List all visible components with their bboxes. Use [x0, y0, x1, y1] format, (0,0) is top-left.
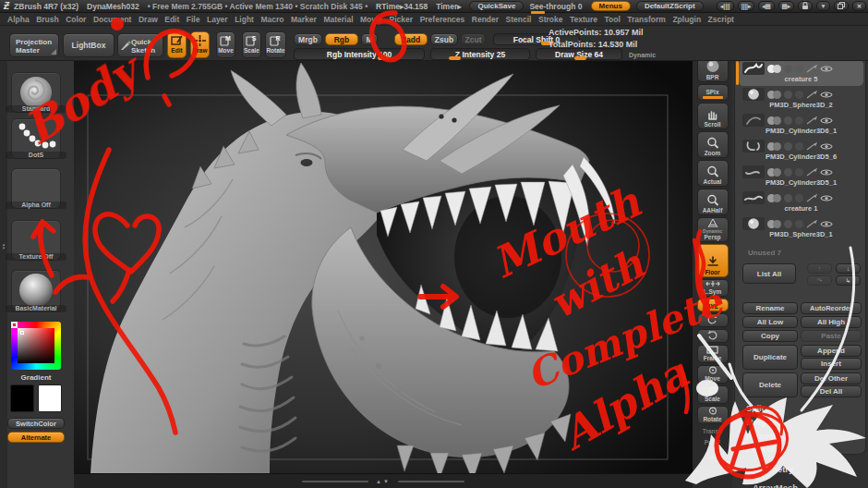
merge-section[interactable]: Merge: [746, 418, 771, 427]
polypaint-toggle-icon[interactable]: [767, 168, 781, 177]
subtool-thumbnail[interactable]: [742, 217, 765, 230]
polypaint-toggle-icon[interactable]: [767, 194, 781, 202]
rgb-intensity-nub[interactable]: [378, 56, 390, 60]
shelf-spin-left-button[interactable]: [697, 313, 729, 327]
rgb-intensity-slider[interactable]: Rgb Intensity 100: [294, 48, 425, 60]
subtool-toggle-icon[interactable]: [784, 65, 792, 73]
zcut-button[interactable]: Zcut: [461, 33, 486, 45]
menu-macro[interactable]: Macro: [260, 15, 283, 24]
subtool-toggle2-icon[interactable]: [795, 168, 803, 177]
project-section[interactable]: Project: [746, 445, 775, 454]
zsub-button[interactable]: Zsub: [430, 33, 458, 45]
all-low-button[interactable]: All Low: [742, 316, 798, 328]
zadd-button[interactable]: Zadd: [394, 33, 428, 45]
menu-brush[interactable]: Brush: [36, 15, 59, 24]
shelf-actual-button[interactable]: Actual: [697, 160, 729, 187]
all-high-button[interactable]: All High: [801, 316, 862, 328]
gradient-label[interactable]: Gradient: [6, 374, 66, 382]
next-tool-icon[interactable]: ||||▸: [738, 1, 755, 11]
subtool-toggle2-icon[interactable]: [795, 116, 803, 125]
left-tray-divider[interactable]: [0, 61, 7, 488]
shelf-ghost-button[interactable]: [697, 448, 729, 463]
subtool-toggle2-icon[interactable]: [795, 194, 803, 202]
menu-stroke[interactable]: Stroke: [538, 15, 562, 24]
paste-tool-icon[interactable]: ▤▸: [778, 1, 794, 11]
m-button[interactable]: M: [361, 33, 378, 45]
subtool-toggle2-icon[interactable]: [795, 142, 803, 151]
scale-mode-button[interactable]: S Scale: [242, 31, 261, 58]
menu-render[interactable]: Render: [472, 15, 499, 24]
shelf-aahalf-button[interactable]: AAHalf: [697, 189, 729, 215]
minimize-icon[interactable]: ▼: [816, 1, 830, 11]
z-intensity-nub[interactable]: [449, 56, 461, 60]
draw-mode-button[interactable]: Draw: [190, 31, 210, 58]
shelf-polyf-button[interactable]: PolyF: [697, 437, 729, 446]
rgb-button[interactable]: Rgb: [325, 33, 358, 45]
insert-button[interactable]: Insert: [801, 358, 862, 370]
lightbox-button[interactable]: LightBox: [63, 33, 115, 57]
subtool-toggle2-icon[interactable]: [795, 91, 803, 99]
menu-tool[interactable]: Tool: [605, 15, 621, 24]
lock-icon[interactable]: [798, 1, 813, 11]
del-all-button[interactable]: Del All: [801, 385, 862, 397]
subtool-thumbnail[interactable]: [742, 191, 765, 204]
subtool-thumbnail[interactable]: [742, 140, 765, 152]
del-other-button[interactable]: Del Other: [801, 372, 862, 384]
menu-color[interactable]: Color: [66, 15, 86, 24]
subtool-thumbnail[interactable]: [742, 114, 765, 127]
shelf-frame-button[interactable]: Frame: [697, 345, 729, 363]
shelf-scale-button[interactable]: Scale: [697, 385, 729, 404]
menu-material[interactable]: Material: [323, 15, 353, 24]
document-canvas[interactable]: [74, 61, 693, 473]
menu-alpha[interactable]: Alpha: [7, 15, 30, 24]
dynamic-label[interactable]: Dynamic: [629, 52, 656, 58]
alternate-button[interactable]: Alternate: [7, 432, 65, 443]
shelf-floor-button[interactable]: Floor: [697, 244, 729, 277]
color-picker-last-swatch[interactable]: [11, 322, 18, 328]
rename-button[interactable]: Rename: [742, 302, 798, 314]
subtool-toggle-icon[interactable]: [784, 142, 792, 151]
subtool-toggle-icon[interactable]: [784, 220, 792, 228]
subtool-toggle-icon[interactable]: [784, 168, 792, 177]
subtool-toggle2-icon[interactable]: [795, 65, 803, 73]
see-through-slider[interactable]: See-through 0: [529, 2, 582, 11]
polypaint-toggle-icon[interactable]: [767, 65, 781, 73]
shelf-spix-button[interactable]: SPix: [697, 84, 729, 101]
split-section[interactable]: Split: [746, 404, 765, 413]
bottom-tray-divider[interactable]: ▲▼: [74, 473, 693, 488]
timer-readout[interactable]: Timer▸: [436, 2, 461, 11]
prev-tool-icon[interactable]: ◂||||: [717, 1, 734, 11]
subtool-item[interactable]: PM3D_Cylinder3D5_1: [739, 164, 863, 189]
menu-zscript[interactable]: Zscript: [708, 15, 734, 24]
remesh-section[interactable]: Remesh: [746, 432, 778, 441]
shelf-move-button[interactable]: Move: [697, 365, 729, 384]
subtool-down-button[interactable]: ↓: [836, 263, 861, 274]
shelf-scroll-button[interactable]: Scroll: [697, 103, 729, 129]
menu-file[interactable]: File: [187, 15, 200, 24]
delete-button[interactable]: Delete: [742, 372, 798, 397]
rotate-mode-button[interactable]: R Rotate: [265, 31, 286, 58]
shelf-zoom-button[interactable]: Zoom: [697, 131, 729, 158]
color-picker[interactable]: [11, 322, 61, 370]
tray-toggle-arrows-icon[interactable]: ▲▼: [376, 479, 391, 484]
copy-button[interactable]: Copy: [742, 330, 798, 342]
menu-texture[interactable]: Texture: [570, 15, 597, 24]
subtool-thumbnail[interactable]: [742, 165, 765, 178]
polypaint-toggle-icon[interactable]: [767, 142, 781, 151]
secondary-color-swatch[interactable]: [38, 384, 62, 412]
next-section-header-clipped[interactable]: ArrayMesh: [753, 482, 798, 488]
polypaint-toggle-icon[interactable]: [767, 220, 781, 228]
shelf-spin-right-button[interactable]: [697, 329, 729, 343]
subtool-branch-button[interactable]: ↳: [836, 275, 861, 286]
visibility-eye-icon[interactable]: [820, 189, 833, 206]
subtool-item[interactable]: creature 5: [739, 60, 863, 86]
edit-mode-button[interactable]: Edit: [167, 31, 187, 58]
geometry-section-header[interactable]: Geometry: [753, 464, 793, 474]
subtool-up-button[interactable]: ↑: [807, 263, 832, 274]
duplicate-button[interactable]: Duplicate: [742, 345, 798, 370]
close-icon[interactable]: ✕: [852, 1, 866, 11]
rtime-readout[interactable]: RTime▸34.158: [376, 2, 428, 11]
shelf-l-sym-button[interactable]: L.Sym: [697, 279, 729, 297]
polypaint-toggle-icon[interactable]: [767, 91, 781, 99]
draw-size-nub[interactable]: [574, 56, 586, 60]
